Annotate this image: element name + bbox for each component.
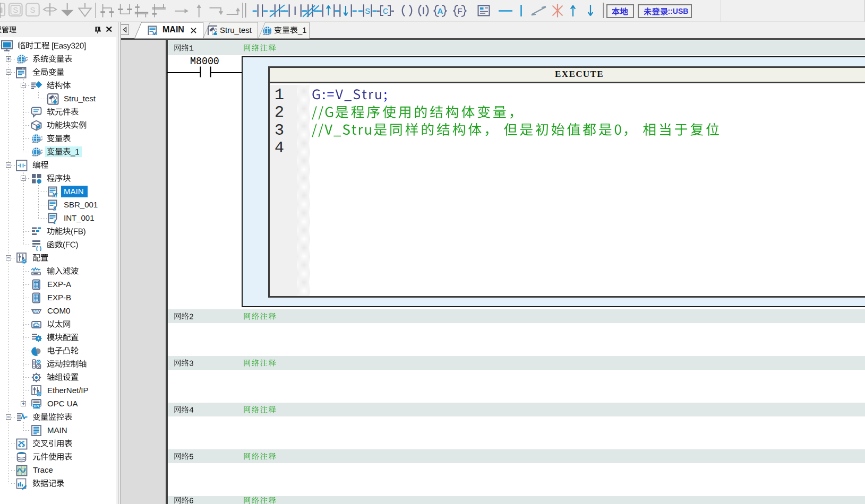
svg-text:S: S bbox=[13, 5, 18, 14]
svg-text:M: M bbox=[151, 31, 157, 36]
svg-text:A: A bbox=[438, 6, 443, 15]
svg-text:F: F bbox=[457, 6, 462, 15]
svg-text:OPC: OPC bbox=[32, 404, 41, 409]
svg-text:S: S bbox=[53, 205, 56, 212]
svg-text:( ): ( ) bbox=[36, 245, 42, 251]
svg-text:S: S bbox=[30, 5, 35, 14]
svg-text:S: S bbox=[365, 6, 370, 15]
svg-text:M: M bbox=[52, 192, 58, 198]
svg-text:C: C bbox=[383, 7, 388, 15]
svg-text:I: I bbox=[53, 219, 56, 225]
